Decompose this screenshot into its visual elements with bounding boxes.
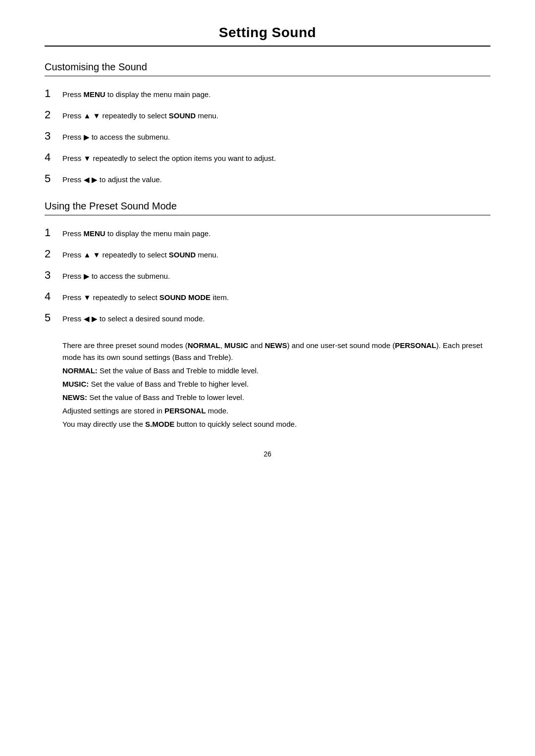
note-normal: NORMAL: Set the value of Bass and Treble… <box>62 365 490 377</box>
step-text: Press ▶ to access the submenu. <box>62 132 170 143</box>
step-item: 4 Press ▼ repeatedly to select SOUND MOD… <box>45 288 490 304</box>
step-number: 4 <box>45 149 62 165</box>
section-divider-customising <box>45 76 490 76</box>
step-item: 2 Press ▲ ▼ repeatedly to select SOUND m… <box>45 246 490 262</box>
section-title-customising: Customising the Sound <box>45 61 490 73</box>
page-number: 26 <box>264 450 271 458</box>
page-content: Setting Sound Customising the Sound 1 Pr… <box>45 0 490 756</box>
step-text: Press ◀ ▶ to adjust the value. <box>62 174 162 186</box>
page-title: Setting Sound <box>45 25 490 41</box>
steps-preset: 1 Press MENU to display the menu main pa… <box>45 224 490 326</box>
step-text: Press ▼ repeatedly to select SOUND MODE … <box>62 292 229 303</box>
step-item: 3 Press ▶ to access the submenu. <box>45 128 490 144</box>
step-text: Press MENU to display the menu main page… <box>62 89 211 101</box>
note-news: NEWS: Set the value of Bass and Treble t… <box>62 392 490 403</box>
step-item: 1 Press MENU to display the menu main pa… <box>45 224 490 241</box>
step-number: 1 <box>45 85 62 101</box>
step-item: 4 Press ▼ repeatedly to select the optio… <box>45 149 490 165</box>
step-item: 2 Press ▲ ▼ repeatedly to select SOUND m… <box>45 106 490 123</box>
step-number: 1 <box>45 224 62 241</box>
preset-notes: There are three preset sound modes (NORM… <box>62 340 490 430</box>
section-title-preset: Using the Preset Sound Mode <box>45 201 490 212</box>
step-text: Press ▼ repeatedly to select the option … <box>62 153 276 164</box>
step-text: Press ▶ to access the submenu. <box>62 271 170 282</box>
step-item: 5 Press ◀ ▶ to select a desired sound mo… <box>45 309 490 326</box>
step-item: 1 Press MENU to display the menu main pa… <box>45 85 490 101</box>
note-intro: There are three preset sound modes (NORM… <box>62 340 490 363</box>
section-divider-preset <box>45 215 490 215</box>
step-text: Press ▲ ▼ repeatedly to select SOUND men… <box>62 250 218 261</box>
step-text: Press MENU to display the menu main page… <box>62 228 211 240</box>
page-footer: 26 <box>45 440 490 458</box>
step-number: 3 <box>45 128 62 144</box>
step-number: 2 <box>45 246 62 262</box>
step-number: 5 <box>45 309 62 326</box>
title-divider <box>45 46 490 47</box>
step-item: 3 Press ▶ to access the submenu. <box>45 267 490 283</box>
note-adjusted: Adjusted settings are stored in PERSONAL… <box>62 405 490 417</box>
step-item: 5 Press ◀ ▶ to adjust the value. <box>45 170 490 187</box>
step-number: 3 <box>45 267 62 283</box>
step-number: 4 <box>45 288 62 304</box>
note-music: MUSIC: Set the value of Bass and Treble … <box>62 378 490 390</box>
step-number: 2 <box>45 106 62 123</box>
step-text: Press ▲ ▼ repeatedly to select SOUND men… <box>62 110 218 122</box>
steps-customising: 1 Press MENU to display the menu main pa… <box>45 85 490 187</box>
step-number: 5 <box>45 170 62 187</box>
step-text: Press ◀ ▶ to select a desired sound mode… <box>62 313 205 325</box>
note-smode: You may directly use the S.MODE button t… <box>62 418 490 430</box>
